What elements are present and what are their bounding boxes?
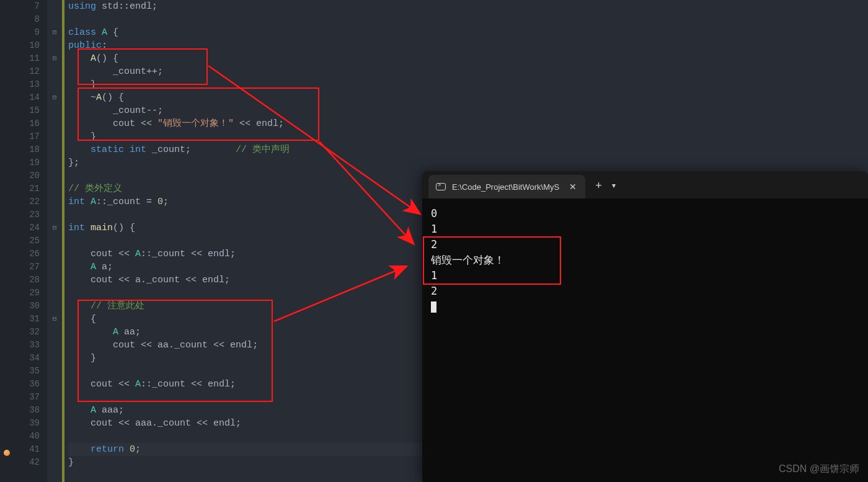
new-tab-button[interactable]: + (585, 179, 612, 192)
terminal-titlebar[interactable]: E:\Code_Project\BitWork\MyS ✕ + ▾ (422, 171, 868, 199)
fold-toggle-icon[interactable] (47, 391, 62, 404)
fold-gutter: ⊟ ⊟ ⊟ ⊟ ⊟ (47, 0, 62, 482)
line-number: 11 (14, 52, 40, 65)
fold-toggle-icon[interactable] (47, 208, 62, 221)
code-line[interactable]: public: (68, 39, 868, 52)
line-number: 34 (14, 352, 40, 365)
fold-toggle-icon[interactable] (47, 156, 62, 169)
line-number: 18 (14, 143, 40, 156)
fold-toggle-icon[interactable] (47, 456, 62, 469)
line-number-gutter: 7 8 9 10 11 12 13 14 15 16 17 18 19 20 2… (14, 0, 47, 482)
line-number: 25 (14, 234, 40, 248)
fold-toggle-icon[interactable] (47, 182, 62, 195)
line-number: 27 (14, 261, 40, 274)
fold-toggle-icon[interactable] (47, 287, 62, 300)
terminal-line: 1 (431, 221, 860, 237)
fold-toggle-icon[interactable] (47, 430, 62, 443)
code-line[interactable]: } (68, 130, 868, 143)
line-number: 9 (14, 26, 40, 39)
terminal-line: 1 (431, 268, 860, 283)
fold-toggle-icon[interactable] (47, 365, 62, 378)
fold-toggle-icon[interactable] (47, 130, 62, 143)
terminal-tab-title: E:\Code_Project\BitWork\MyS (452, 182, 559, 192)
fold-toggle-icon[interactable] (47, 39, 62, 52)
code-line[interactable]: } (68, 78, 868, 91)
fold-toggle-icon[interactable] (47, 339, 62, 352)
code-line[interactable]: A() { (68, 52, 868, 65)
marker-gutter (0, 0, 14, 482)
terminal-line: 0 (431, 206, 860, 221)
line-number: 24 (14, 221, 40, 234)
line-number: 40 (14, 430, 40, 443)
terminal-icon (436, 183, 446, 190)
line-number: 12 (14, 65, 40, 78)
fold-toggle-icon[interactable]: ⊟ (47, 52, 62, 65)
line-number: 7 (14, 0, 40, 13)
fold-toggle-icon[interactable] (47, 169, 62, 182)
fold-toggle-icon[interactable] (47, 65, 62, 78)
fold-toggle-icon[interactable] (47, 143, 62, 156)
terminal-line: 销毁一个对象！ (431, 252, 860, 268)
terminal-window[interactable]: E:\Code_Project\BitWork\MyS ✕ + ▾ 0 1 2 … (422, 171, 868, 482)
code-line[interactable]: class A { (68, 26, 868, 39)
line-number: 15 (14, 104, 40, 117)
fold-toggle-icon[interactable] (47, 443, 62, 456)
code-line[interactable]: static int _count; // 类中声明 (68, 143, 868, 156)
fold-toggle-icon[interactable] (47, 352, 62, 365)
fold-toggle-icon[interactable] (47, 195, 62, 208)
fold-toggle-icon[interactable]: ⊟ (47, 91, 62, 104)
line-number: 37 (14, 391, 40, 404)
fold-toggle-icon[interactable] (47, 248, 62, 261)
line-number: 19 (14, 156, 40, 169)
tab-close-icon[interactable]: ✕ (569, 182, 577, 192)
fold-toggle-icon[interactable] (47, 78, 62, 91)
line-number: 10 (14, 39, 40, 52)
fold-toggle-icon[interactable] (47, 274, 62, 287)
line-number: 39 (14, 417, 40, 430)
code-line[interactable]: _count++; (68, 65, 868, 78)
fold-toggle-icon[interactable] (47, 234, 62, 248)
line-number: 13 (14, 78, 40, 91)
fold-toggle-icon[interactable] (47, 0, 62, 13)
fold-toggle-icon[interactable] (47, 326, 62, 339)
fold-toggle-icon[interactable] (47, 117, 62, 130)
terminal-line: 2 (431, 237, 860, 252)
code-line[interactable]: cout << "销毁一个对象！" << endl; (68, 117, 868, 130)
line-number: 21 (14, 182, 40, 195)
code-line[interactable]: }; (68, 156, 868, 169)
code-line[interactable]: ~A() { (68, 91, 868, 104)
line-number: 36 (14, 378, 40, 391)
line-number: 32 (14, 326, 40, 339)
fold-toggle-icon[interactable] (47, 417, 62, 430)
line-number: 42 (14, 456, 40, 469)
code-line[interactable]: _count--; (68, 104, 868, 117)
tab-dropdown-icon[interactable]: ▾ (612, 181, 616, 190)
fold-toggle-icon[interactable] (47, 261, 62, 274)
fold-toggle-icon[interactable] (47, 104, 62, 117)
line-number: 23 (14, 208, 40, 221)
line-number: 30 (14, 300, 40, 313)
code-line[interactable] (68, 13, 868, 26)
terminal-output[interactable]: 0 1 2 销毁一个对象！ 1 2 (422, 199, 868, 322)
line-number: 22 (14, 195, 40, 208)
code-line[interactable]: using std::endl; (68, 0, 868, 13)
line-number: 31 (14, 313, 40, 326)
fold-toggle-icon[interactable] (47, 300, 62, 313)
watermark: CSDN @画饼宗师 (779, 463, 859, 476)
fold-toggle-icon[interactable] (47, 378, 62, 391)
terminal-line: 2 (431, 283, 860, 299)
line-number: 26 (14, 248, 40, 261)
line-number: 29 (14, 287, 40, 300)
line-number: 14 (14, 91, 40, 104)
line-number: 16 (14, 117, 40, 130)
gutter-breakpoint-icon[interactable] (4, 450, 10, 456)
fold-toggle-icon[interactable] (47, 404, 62, 417)
terminal-tab[interactable]: E:\Code_Project\BitWork\MyS ✕ (428, 175, 585, 199)
fold-toggle-icon[interactable]: ⊟ (47, 221, 62, 234)
fold-toggle-icon[interactable]: ⊟ (47, 313, 62, 326)
line-number: 41 (14, 443, 40, 456)
fold-toggle-icon[interactable] (47, 13, 62, 26)
terminal-cursor-line (431, 299, 860, 315)
fold-toggle-icon[interactable]: ⊟ (47, 26, 62, 39)
line-number: 28 (14, 274, 40, 287)
